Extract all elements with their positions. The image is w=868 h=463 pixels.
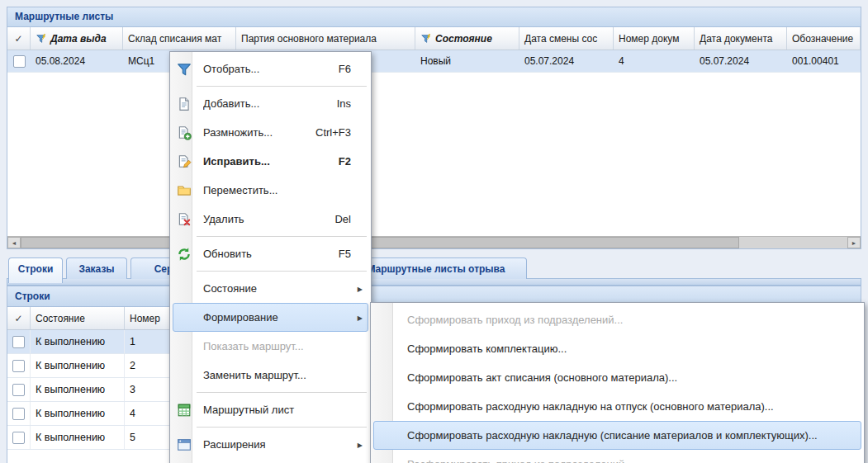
column-header-state[interactable]: Состояние bbox=[31, 307, 125, 329]
submenu-arrow-icon: ▶ bbox=[358, 441, 363, 448]
context-menu-item-13[interactable]: Заменить маршрут... bbox=[173, 361, 368, 390]
column-header-state[interactable]: Состояние bbox=[415, 27, 519, 50]
formation-submenu: Сформировать приход из подразделений...С… bbox=[370, 302, 865, 463]
tab-marshrutnye-listy-otryva[interactable]: Маршрутные листы отрыва bbox=[345, 257, 527, 279]
cell-doc-date: 05.07.2024 bbox=[695, 50, 787, 72]
submenu-item-2[interactable]: Сформировать акт списания (основного мат… bbox=[373, 363, 861, 392]
context-menu-item-8[interactable]: ОбновитьF5 bbox=[173, 239, 368, 268]
context-menu-item-5[interactable]: Переместить... bbox=[173, 176, 368, 205]
menu-item-label: Расформировать приход из подразделений..… bbox=[407, 458, 856, 463]
filter-funnel-icon bbox=[420, 33, 432, 45]
submenu-item-0: Сформировать приход из подразделений... bbox=[373, 305, 861, 334]
cell-check bbox=[7, 378, 31, 401]
cell-state: К выполнению bbox=[31, 426, 125, 449]
column-header-issue-date[interactable]: Дата выда bbox=[31, 27, 123, 50]
cell-doc-number: 4 bbox=[614, 50, 695, 72]
extensions-icon bbox=[177, 437, 192, 452]
column-header-doc-number[interactable]: Номер докум bbox=[614, 27, 695, 50]
column-header-label: Дата выда bbox=[50, 33, 107, 45]
row-checkbox[interactable] bbox=[12, 408, 25, 420]
cell-state-change-date: 05.07.2024 bbox=[519, 50, 614, 72]
menu-item-label: Сформировать комплектацию... bbox=[407, 343, 856, 355]
menu-item-label: Сформировать акт списания (основного мат… bbox=[407, 371, 856, 384]
column-header-doc-date[interactable]: Дата документа bbox=[695, 27, 787, 50]
scroll-left-arrow-icon[interactable] bbox=[7, 237, 21, 248]
tab-label: Заказы bbox=[78, 263, 114, 275]
menu-item-label: Отобрать... bbox=[203, 63, 330, 75]
app-root: Маршрутные листы ✓Дата выдаСклад списани… bbox=[0, 0, 868, 463]
column-header-state-change-date[interactable]: Дата смены сос bbox=[519, 27, 614, 50]
duplicate-document-icon bbox=[177, 125, 192, 140]
cell-check bbox=[7, 50, 31, 72]
menu-item-label: Формирование bbox=[203, 311, 363, 324]
column-header-label: Состояние bbox=[36, 313, 85, 324]
menu-item-label: Исправить... bbox=[203, 155, 330, 168]
menu-item-shortcut: F2 bbox=[330, 155, 363, 168]
context-menu-item-12: Показать маршрут... bbox=[173, 332, 368, 361]
edit-document-icon bbox=[177, 154, 192, 169]
context-menu-item-17[interactable]: Расширения▶ bbox=[173, 430, 368, 459]
route-sheets-grid-body: 05.08.2024МСц1Новый05.07.2024405.07.2024… bbox=[7, 50, 861, 73]
column-header-label: Номер докум bbox=[619, 33, 679, 45]
column-header-label: Дата смены сос bbox=[524, 33, 597, 45]
menu-item-shortcut: F6 bbox=[330, 63, 363, 75]
context-menu-item-18[interactable]: Связи▶ bbox=[173, 459, 368, 463]
spreadsheet-icon bbox=[177, 403, 192, 418]
submenu-item-3[interactable]: Сформировать расходную накладную на отпу… bbox=[373, 392, 861, 421]
context-menu-item-10[interactable]: Состояние▶ bbox=[173, 274, 368, 303]
menu-item-label: Расширения bbox=[203, 438, 363, 451]
scroll-right-arrow-icon[interactable] bbox=[847, 237, 861, 248]
row-checkbox[interactable] bbox=[12, 336, 25, 348]
filter-icon bbox=[177, 62, 192, 77]
tab-zakazy[interactable]: Заказы bbox=[66, 257, 127, 279]
column-header-label: Склад списания мат bbox=[128, 33, 221, 45]
context-menu-item-6[interactable]: УдалитьDel bbox=[173, 205, 368, 234]
add-document-icon bbox=[177, 97, 192, 111]
menu-item-shortcut: Ins bbox=[329, 97, 363, 110]
column-header-check[interactable]: ✓ bbox=[7, 307, 31, 329]
context-menu-item-0[interactable]: Отобрать...F6 bbox=[173, 54, 368, 83]
context-menu-separator bbox=[197, 392, 367, 393]
tab-strip-band bbox=[7, 278, 861, 286]
context-menu-item-11[interactable]: Формирование▶ bbox=[173, 303, 368, 332]
submenu-arrow-icon: ▶ bbox=[358, 285, 363, 292]
submenu-item-4[interactable]: Сформировать расходную накладную (списан… bbox=[373, 421, 861, 450]
column-header-label: ✓ bbox=[14, 33, 22, 45]
menu-item-label: Переместить... bbox=[203, 184, 363, 196]
delete-document-icon bbox=[177, 212, 192, 227]
context-menu-item-3[interactable]: Размножить...Ctrl+F3 bbox=[173, 118, 368, 147]
row-checkbox[interactable] bbox=[12, 432, 25, 444]
submenu-arrow-icon: ▶ bbox=[358, 314, 363, 321]
row-checkbox[interactable] bbox=[12, 360, 25, 372]
submenu-item-5: Расформировать приход из подразделений..… bbox=[373, 450, 861, 463]
menu-item-shortcut: F5 bbox=[330, 248, 363, 260]
row-checkbox[interactable] bbox=[13, 55, 26, 68]
row-checkbox[interactable] bbox=[12, 384, 25, 396]
table-row[interactable]: 05.08.2024МСц1Новый05.07.2024405.07.2024… bbox=[7, 50, 861, 73]
column-header-check[interactable]: ✓ bbox=[7, 27, 31, 50]
menu-item-shortcut: Del bbox=[326, 213, 363, 225]
column-header-designation[interactable]: Обозначение bbox=[787, 27, 861, 50]
refresh-icon bbox=[177, 247, 192, 262]
cell-state: К выполнению bbox=[31, 330, 125, 353]
context-menu-item-2[interactable]: Добавить...Ins bbox=[173, 89, 368, 118]
menu-item-label: Заменить маршрут... bbox=[203, 369, 363, 381]
context-menu: Отобрать...F6Добавить...InsРазмножить...… bbox=[169, 51, 372, 463]
menu-item-shortcut: Ctrl+F3 bbox=[307, 126, 363, 139]
scrollbar-thumb[interactable] bbox=[21, 237, 739, 248]
column-header-label: Номер bbox=[130, 313, 160, 324]
cell-state: К выполнению bbox=[31, 402, 125, 425]
context-menu-item-4[interactable]: Исправить...F2 bbox=[173, 147, 368, 176]
submenu-item-1[interactable]: Сформировать комплектацию... bbox=[373, 334, 861, 363]
menu-item-label: Сформировать расходную накладную (списан… bbox=[407, 429, 856, 442]
tab-stroki[interactable]: Строки bbox=[8, 257, 63, 283]
column-header-batch[interactable]: Партия основного материала bbox=[236, 27, 415, 50]
route-sheets-panel-title: Маршрутные листы bbox=[15, 11, 113, 22]
horizontal-scrollbar[interactable] bbox=[7, 236, 861, 248]
column-header-warehouse[interactable]: Склад списания мат bbox=[123, 27, 236, 50]
menu-item-label: Удалить bbox=[203, 213, 326, 225]
context-menu-item-15[interactable]: Маршрутный лист bbox=[173, 395, 368, 424]
menu-item-label: Сформировать расходную накладную на отпу… bbox=[407, 400, 856, 413]
menu-item-label: Сформировать приход из подразделений... bbox=[407, 314, 856, 326]
menu-item-label: Обновить bbox=[203, 248, 330, 260]
